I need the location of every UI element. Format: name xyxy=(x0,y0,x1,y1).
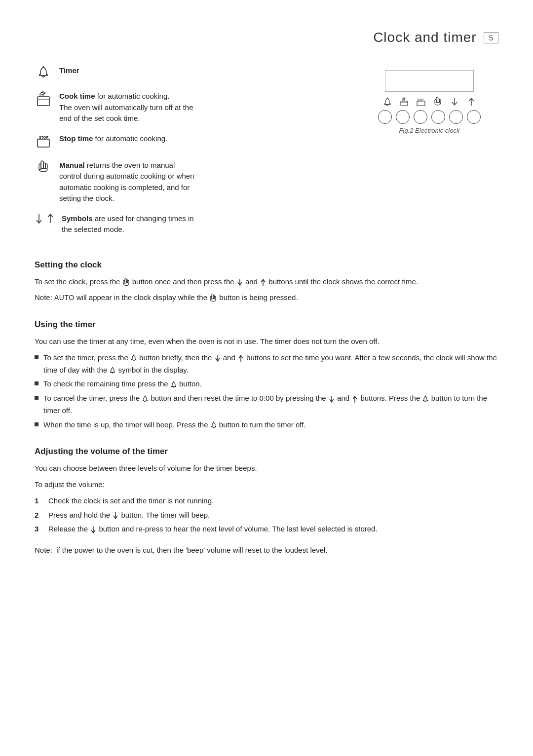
top-section: Timer sss Cook time for automatic cookin… xyxy=(35,65,498,244)
adjusting-volume-heading: Adjusting the volume of the timer xyxy=(35,447,498,456)
clock-circle-3 xyxy=(414,110,427,124)
symbol-definitions: Timer sss Cook time for automatic cookin… xyxy=(35,65,341,244)
clock-display xyxy=(385,70,474,92)
bell-inline-2 xyxy=(109,366,116,375)
svg-rect-26 xyxy=(127,280,129,283)
timer-icon xyxy=(35,65,52,82)
symbols-text: Symbols are used for changing times in t… xyxy=(62,213,194,235)
page-header: Clock and timer 5 xyxy=(35,30,498,45)
down-arrow-inline-1 xyxy=(236,278,243,286)
down-inline-step3 xyxy=(90,526,97,534)
timer-label: Timer xyxy=(59,65,79,76)
clock-btn-manual xyxy=(431,97,444,108)
svg-rect-33 xyxy=(210,296,212,299)
page-number: 5 xyxy=(484,32,498,43)
step-number-3: 3 xyxy=(35,523,43,535)
bullet-icon-3 xyxy=(35,396,38,400)
setting-clock-note: Note: AUTO will appear in the clock disp… xyxy=(35,292,498,304)
bullet-set-timer: To set the timer, press the button brief… xyxy=(35,352,498,377)
svg-rect-21 xyxy=(435,100,436,103)
down-inline-2 xyxy=(214,354,221,362)
clock-circle-1 xyxy=(378,110,392,124)
volume-note: Note: if the power to the oven is cut, t… xyxy=(35,544,498,557)
clock-btn-up xyxy=(465,97,478,108)
svg-rect-4 xyxy=(38,139,49,147)
bullet-icon-1 xyxy=(35,355,38,359)
clock-btn-cook: sss xyxy=(398,97,411,108)
clock-btn-down xyxy=(448,97,461,108)
manual-text: Manual returns the oven to manual contro… xyxy=(59,160,194,204)
symbol-arrows: Symbols are used for changing times in t… xyxy=(35,213,341,235)
clock-circle-4 xyxy=(431,110,445,124)
cook-time-icon: sss xyxy=(35,91,52,111)
step-1: 1 Check the clock is set and the timer i… xyxy=(35,495,498,507)
using-timer-intro: You can use the timer at any time, even … xyxy=(35,336,498,348)
fig-caption: Fig.2 Electronic clock xyxy=(399,127,460,134)
up-arrow-inline-1 xyxy=(260,278,266,286)
svg-rect-27 xyxy=(123,280,125,283)
step-2: 2 Press and hold the button. The timer w… xyxy=(35,509,498,522)
adjusting-volume-steps: 1 Check the clock is set and the timer i… xyxy=(35,495,498,535)
symbol-manual: Manual returns the oven to manual contro… xyxy=(35,160,341,204)
stop-time-icon: STOP xyxy=(35,133,52,151)
svg-text:STOP: STOP xyxy=(39,136,48,139)
manual-inline-icon-1 xyxy=(122,278,130,287)
bell-inline-6 xyxy=(210,421,217,429)
svg-text:sss: sss xyxy=(39,93,44,97)
svg-rect-1 xyxy=(38,97,49,106)
adjusting-volume-intro-2: To adjust the volume: xyxy=(35,479,498,491)
down-inline-3 xyxy=(328,395,335,403)
step-3: 3 Release the button and re-press to hea… xyxy=(35,523,498,535)
svg-rect-32 xyxy=(215,296,216,299)
adjusting-volume-intro-1: You can choose between three levels of v… xyxy=(35,462,498,475)
clock-button-symbols-row: sss STOP xyxy=(381,97,478,108)
stop-time-text: Stop time for automatic cooking. xyxy=(59,133,167,145)
clock-circles-row xyxy=(378,110,481,124)
bullet-check-remaining: To check the remaining time press the bu… xyxy=(35,378,498,390)
bullet-icon-2 xyxy=(35,381,38,385)
bell-inline-5 xyxy=(422,395,429,403)
bell-inline-4 xyxy=(142,395,149,403)
manual-inline-icon-2 xyxy=(209,294,217,302)
svg-rect-20 xyxy=(440,100,441,103)
svg-text:STOP: STOP xyxy=(418,99,423,101)
setting-clock-para: To set the clock, press the button once … xyxy=(35,276,498,288)
arrows-icon xyxy=(35,213,55,224)
using-timer-heading: Using the timer xyxy=(35,320,498,330)
page-title: Clock and timer xyxy=(373,30,477,45)
page: Clock and timer 5 Timer xyxy=(0,0,533,590)
cook-time-text: Cook time for automatic cooking. The ove… xyxy=(59,91,193,124)
step-number-2: 2 xyxy=(35,509,43,522)
symbol-cook-time: sss Cook time for automatic cooking. The… xyxy=(35,91,341,124)
clock-circle-5 xyxy=(449,110,463,124)
step-number-1: 1 xyxy=(35,495,43,507)
svg-text:sss: sss xyxy=(402,99,406,101)
up-inline-3 xyxy=(351,395,358,403)
bell-inline-1 xyxy=(130,354,137,362)
up-inline-2 xyxy=(237,354,244,362)
clock-figure: sss STOP xyxy=(360,70,498,244)
bullet-cancel-timer: To cancel the timer, press the button an… xyxy=(35,392,498,417)
symbol-timer: Timer xyxy=(35,65,341,82)
svg-rect-16 xyxy=(417,101,425,106)
symbol-stop-time: STOP Stop time for automatic cooking. xyxy=(35,133,341,151)
bullet-icon-4 xyxy=(35,422,38,426)
manual-icon xyxy=(35,160,52,178)
bell-inline-3 xyxy=(170,380,177,389)
down-inline-step2 xyxy=(112,511,119,520)
svg-rect-6 xyxy=(41,161,43,169)
setting-clock-heading: Setting the clock xyxy=(35,260,498,270)
using-timer-bullets: To set the timer, press the button brief… xyxy=(35,352,498,431)
clock-circle-2 xyxy=(396,110,410,124)
svg-rect-13 xyxy=(401,101,408,106)
clock-btn-bell xyxy=(381,97,394,108)
svg-rect-8 xyxy=(45,164,47,169)
clock-circle-6 xyxy=(467,110,481,124)
clock-btn-stop: STOP xyxy=(415,97,427,108)
bullet-timer-up: When the time is up, the timer will beep… xyxy=(35,419,498,431)
